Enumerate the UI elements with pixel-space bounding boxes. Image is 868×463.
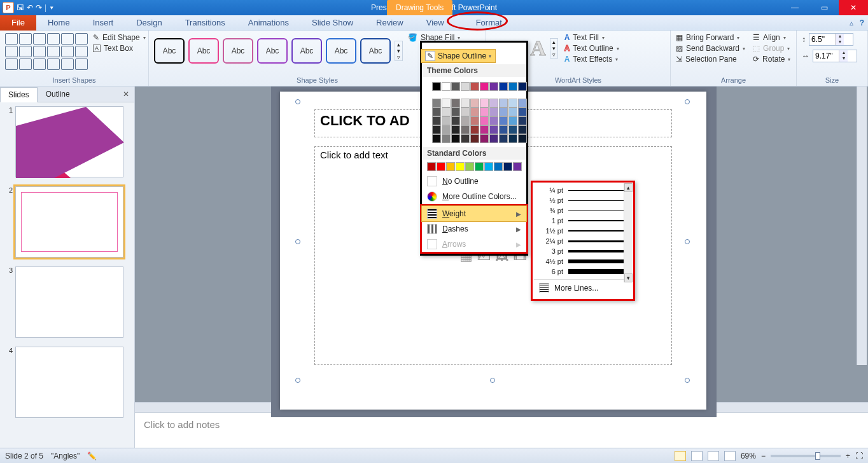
color-swatch[interactable] [451, 134, 460, 143]
tab-design[interactable]: Design [125, 15, 173, 31]
shape-width-input[interactable]: ▴▾ [813, 50, 857, 62]
more-lines-item[interactable]: More Lines... [533, 280, 633, 296]
close-button[interactable]: ✕ [839, 0, 868, 15]
no-outline-item[interactable]: No Outline [422, 174, 526, 189]
theme-colors-grid[interactable] [422, 77, 526, 147]
color-swatch[interactable] [451, 125, 460, 134]
minimize-button[interactable]: — [780, 0, 809, 15]
color-swatch[interactable] [451, 107, 460, 116]
align-button[interactable]: ☰Align▾ [753, 33, 790, 42]
tab-view[interactable]: View [415, 15, 456, 31]
color-swatch[interactable] [489, 116, 498, 125]
color-swatch[interactable] [442, 134, 451, 143]
slide-thumbnail[interactable] [15, 266, 123, 338]
zoom-thumb[interactable] [815, 452, 820, 460]
weight-option[interactable]: 1 pt [533, 216, 633, 226]
resize-handle[interactable] [490, 378, 495, 383]
rotate-button[interactable]: ⟳Rotate▾ [753, 55, 790, 64]
color-swatch[interactable] [432, 125, 441, 134]
color-swatch[interactable] [470, 107, 479, 116]
resize-handle[interactable] [295, 378, 300, 383]
color-swatch[interactable] [427, 162, 436, 171]
more-outline-colors-item[interactable]: More Outline Colors... [422, 189, 526, 204]
color-swatch[interactable] [442, 82, 451, 91]
weight-option[interactable]: 6 pt [533, 266, 633, 277]
color-swatch[interactable] [518, 99, 527, 107]
selection-pane-button[interactable]: ⇲Selection Pane [676, 55, 745, 64]
color-swatch[interactable] [480, 116, 489, 125]
color-swatch[interactable] [446, 162, 455, 171]
shape-outline-button[interactable]: ✎ Shape Outline▾ [421, 49, 496, 63]
color-swatch[interactable] [518, 134, 527, 143]
ribbon-minimize-icon[interactable]: ▵ [850, 18, 853, 27]
resize-handle[interactable] [685, 99, 690, 104]
weight-option[interactable]: 1½ pt [533, 226, 633, 236]
panel-close-icon[interactable]: ✕ [118, 90, 134, 99]
reading-view-button[interactable] [708, 451, 719, 461]
color-swatch[interactable] [480, 134, 489, 143]
color-swatch[interactable] [456, 162, 465, 171]
color-swatch[interactable] [499, 107, 508, 116]
color-swatch[interactable] [432, 107, 441, 116]
color-swatch[interactable] [470, 134, 479, 143]
color-swatch[interactable] [499, 134, 508, 143]
color-swatch[interactable] [442, 116, 451, 125]
color-swatch[interactable] [480, 125, 489, 134]
color-swatch[interactable] [442, 125, 451, 134]
tab-slideshow[interactable]: Slide Show [300, 15, 365, 31]
color-swatch[interactable] [513, 162, 522, 171]
color-swatch[interactable] [518, 125, 527, 134]
zoom-slider[interactable] [771, 455, 841, 457]
qat-save-icon[interactable]: 🖫 [17, 3, 24, 12]
color-swatch[interactable] [518, 116, 527, 125]
color-swatch[interactable] [518, 107, 527, 116]
color-swatch[interactable] [461, 107, 470, 116]
shapes-gallery[interactable] [5, 33, 88, 70]
color-swatch[interactable] [461, 116, 470, 125]
color-swatch[interactable] [451, 82, 460, 91]
tab-review[interactable]: Review [365, 15, 415, 31]
qat-customize-icon[interactable]: ▼ [49, 5, 54, 11]
color-swatch[interactable] [461, 125, 470, 134]
tab-transitions[interactable]: Transitions [174, 15, 237, 31]
color-swatch[interactable] [432, 82, 441, 91]
weight-option[interactable]: ¾ pt [533, 205, 633, 216]
zoom-in-button[interactable]: + [846, 452, 850, 460]
send-backward-button[interactable]: ▨Send Backward▾ [676, 44, 745, 53]
scroll-down-icon[interactable]: ▾ [624, 273, 633, 282]
color-swatch[interactable] [508, 116, 517, 125]
color-swatch[interactable] [442, 99, 451, 107]
text-fill-button[interactable]: AText Fill▾ [564, 33, 619, 42]
color-swatch[interactable] [461, 99, 470, 107]
color-swatch[interactable] [508, 107, 517, 116]
resize-handle[interactable] [295, 239, 300, 244]
tab-insert[interactable]: Insert [81, 15, 125, 31]
qat-redo-icon[interactable]: ↷ [36, 3, 42, 12]
tab-file[interactable]: File [0, 15, 36, 31]
color-swatch[interactable] [451, 116, 460, 125]
vertical-scrollbar[interactable] [857, 86, 867, 365]
standard-colors-row[interactable] [422, 160, 526, 174]
slide-thumbnail[interactable] [15, 347, 123, 418]
color-swatch[interactable] [503, 162, 512, 171]
color-swatch[interactable] [489, 82, 498, 91]
color-swatch[interactable] [470, 125, 479, 134]
text-outline-button[interactable]: AText Outline▾ [564, 44, 619, 53]
color-swatch[interactable] [470, 99, 479, 107]
color-swatch[interactable] [499, 125, 508, 134]
maximize-button[interactable]: ▭ [809, 0, 839, 15]
notes-pane[interactable]: Click to add notes [135, 412, 868, 448]
slide-thumbnail[interactable] [15, 186, 123, 258]
color-swatch[interactable] [437, 162, 445, 171]
resize-handle[interactable] [685, 239, 690, 244]
shape-height-input[interactable]: ▴▾ [809, 33, 853, 46]
resize-handle[interactable] [295, 99, 300, 104]
color-swatch[interactable] [480, 82, 489, 91]
weight-scrollbar[interactable]: ▴▾ [624, 183, 633, 282]
color-swatch[interactable] [508, 125, 517, 134]
slides-tab[interactable]: Slides [0, 87, 38, 102]
weight-option[interactable]: 3 pt [533, 246, 633, 256]
app-icon[interactable]: P [3, 2, 14, 13]
color-swatch[interactable] [432, 116, 441, 125]
color-swatch[interactable] [442, 107, 451, 116]
